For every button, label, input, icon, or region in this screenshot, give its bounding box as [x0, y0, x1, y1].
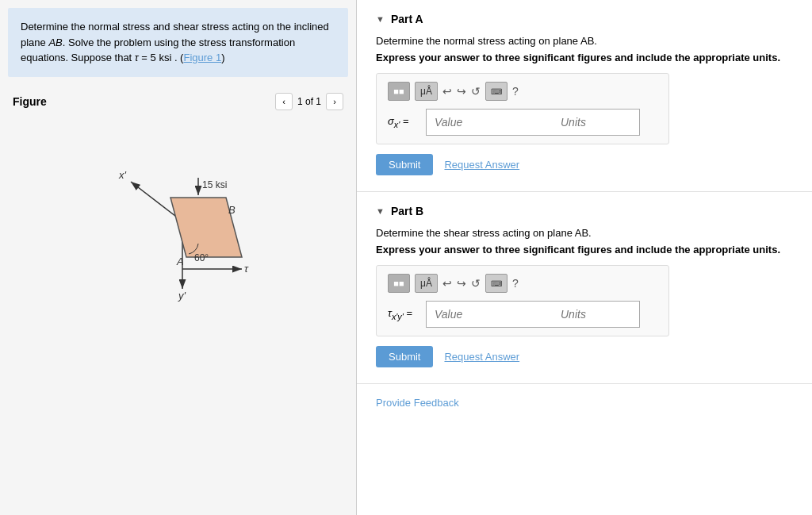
grid-icon-b: ■■	[393, 279, 404, 288]
keyboard-icon: ⌨	[491, 87, 502, 96]
part-a-redo-icon[interactable]: ↪	[457, 85, 466, 98]
part-b-undo-icon[interactable]: ↩	[442, 277, 452, 290]
part-a-undo-icon[interactable]: ↩	[442, 85, 452, 98]
part-a-instruction: Express your answer to three significant…	[376, 52, 793, 63]
mu-icon: μÅ	[420, 86, 432, 97]
part-a-answer-box: ■■ μÅ ↩ ↪ ↺ ⌨ ? σx' =	[376, 73, 669, 144]
part-a-request-answer-button[interactable]: Request Answer	[444, 159, 519, 171]
provide-feedback-link[interactable]: Provide Feedback	[357, 384, 812, 421]
grid-icon: ■■	[393, 86, 404, 96]
svg-text:A: A	[176, 256, 184, 267]
figure-title: Figure	[13, 95, 47, 108]
part-b-refresh-icon[interactable]: ↺	[471, 277, 481, 290]
svg-text:60°: 60°	[194, 252, 209, 263]
figure-link[interactable]: Figure 1	[183, 52, 221, 63]
part-b-input-label: τx'y' =	[388, 307, 419, 321]
part-b-redo-icon[interactable]: ↪	[457, 277, 466, 290]
svg-text:y': y'	[178, 290, 186, 302]
part-b-collapse[interactable]: ▼	[376, 206, 385, 216]
part-a-keyboard-button[interactable]: ⌨	[485, 82, 508, 101]
part-b-units-input[interactable]	[553, 301, 640, 328]
part-a-help-icon[interactable]: ?	[512, 85, 519, 98]
right-panel: ▼ Part A Determine the normal stress act…	[357, 0, 812, 515]
part-a-mu-button[interactable]: μÅ	[415, 82, 438, 101]
part-b-actions: Submit Request Answer	[376, 346, 793, 367]
figure-next-button[interactable]: ›	[326, 93, 343, 110]
part-a-label: Part A	[391, 13, 423, 25]
part-b-value-input[interactable]	[426, 301, 553, 328]
part-b-input-row: τx'y' =	[388, 301, 657, 328]
part-b-toolbar: ■■ μÅ ↩ ↪ ↺ ⌨ ?	[388, 274, 657, 293]
problem-statement: Determine the normal stress and shear st…	[8, 8, 348, 77]
part-b-grid-button[interactable]: ■■	[388, 274, 410, 293]
svg-text:B: B	[228, 204, 236, 216]
part-b-instruction: Express your answer to three significant…	[376, 244, 793, 256]
part-a-value-input[interactable]	[426, 109, 553, 136]
part-a-section: ▼ Part A Determine the normal stress act…	[357, 0, 812, 192]
part-a-refresh-icon[interactable]: ↺	[471, 85, 481, 98]
part-a-units-input[interactable]	[553, 109, 640, 136]
part-b-mu-button[interactable]: μÅ	[415, 274, 438, 293]
part-b-keyboard-button[interactable]: ⌨	[485, 274, 508, 293]
part-b-answer-box: ■■ μÅ ↩ ↪ ↺ ⌨ ? τx'y' =	[376, 265, 669, 336]
part-b-submit-button[interactable]: Submit	[376, 346, 433, 367]
svg-text:15 ksi: 15 ksi	[202, 179, 227, 190]
part-a-input-label: σx' =	[388, 115, 419, 129]
figure-canvas: x' y' τ B A 60° 15 ksi	[59, 118, 297, 309]
part-a-actions: Submit Request Answer	[376, 154, 793, 175]
figure-svg: x' y' τ B A 60° 15 ksi	[59, 118, 297, 309]
part-a-collapse[interactable]: ▼	[376, 14, 385, 24]
keyboard-icon-b: ⌨	[491, 279, 502, 288]
part-b-section: ▼ Part B Determine the shear stress acti…	[357, 192, 812, 384]
figure-prev-button[interactable]: ‹	[275, 93, 293, 110]
part-b-request-answer-button[interactable]: Request Answer	[444, 351, 519, 363]
part-b-help-icon[interactable]: ?	[512, 277, 519, 290]
svg-text:x': x'	[118, 169, 127, 181]
part-a-input-row: σx' =	[388, 109, 657, 136]
part-b-description: Determine the shear stress acting on pla…	[376, 227, 793, 239]
figure-count: 1 of 1	[297, 96, 321, 107]
figure-navigation: ‹ 1 of 1 ›	[275, 93, 343, 110]
part-a-grid-button[interactable]: ■■	[388, 82, 410, 101]
part-a-submit-button[interactable]: Submit	[376, 154, 433, 175]
mu-icon-b: μÅ	[420, 278, 432, 289]
part-b-label: Part B	[391, 205, 423, 217]
svg-text:τ: τ	[244, 263, 249, 275]
part-a-description: Determine the normal stress acting on pl…	[376, 35, 793, 47]
part-a-toolbar: ■■ μÅ ↩ ↪ ↺ ⌨ ?	[388, 82, 657, 101]
